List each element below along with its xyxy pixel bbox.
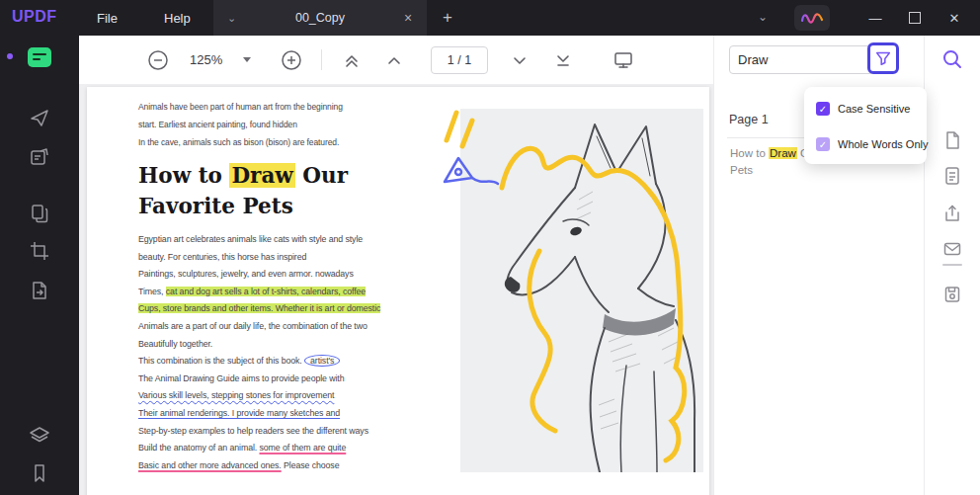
text-line: Egyptian art celebrates animals like cat… bbox=[138, 231, 380, 249]
result-snippet-line2: Pets bbox=[730, 162, 914, 179]
search-input[interactable] bbox=[729, 45, 873, 74]
right-tool-strip bbox=[924, 36, 980, 495]
updf-logo: UPDF bbox=[12, 8, 57, 26]
page-number-input[interactable]: 1 / 1 bbox=[431, 46, 488, 74]
email-button[interactable] bbox=[933, 237, 972, 261]
ai-assistant-button[interactable] bbox=[794, 5, 830, 31]
zoom-caret-icon[interactable] bbox=[243, 57, 251, 62]
titlebar-chevron-down-icon[interactable]: ⌄ bbox=[753, 10, 773, 24]
previous-page-button[interactable] bbox=[381, 47, 407, 73]
text-line: Favorite Pets bbox=[138, 191, 348, 221]
text-line: Cups, store brands and other items. Whet… bbox=[138, 300, 380, 318]
share-button[interactable] bbox=[933, 202, 972, 225]
organize-pages-button[interactable] bbox=[27, 201, 52, 226]
text-line: Their animal renderings. I provide many … bbox=[138, 405, 380, 423]
chevron-up-icon bbox=[384, 50, 404, 70]
zoom-level-dropdown[interactable]: 125% bbox=[190, 36, 222, 84]
text-line: Animals are a part of our daily life, th… bbox=[138, 318, 380, 336]
crop-icon bbox=[29, 240, 50, 262]
document-heading: How to Draw OurFavorite Pets bbox=[138, 160, 348, 221]
text-line: Various skill levels, stepping stones fo… bbox=[138, 387, 380, 405]
maximize-icon bbox=[909, 12, 921, 24]
export-pdf-button[interactable] bbox=[27, 278, 52, 303]
edit-pencil-icon bbox=[29, 146, 50, 168]
zoom-out-button[interactable] bbox=[145, 47, 171, 73]
text-line: Paintings, sculptures, jewelry, and even… bbox=[138, 266, 380, 284]
titlebar: UPDF File Help ⌄ 00_Copy × + ⌄ — ✕ bbox=[0, 0, 980, 36]
panel-handle-dash[interactable] bbox=[942, 264, 962, 266]
dog-sketch-image bbox=[460, 109, 703, 472]
triangle-shape-icon bbox=[29, 107, 50, 128]
funnel-filter-icon bbox=[874, 49, 892, 67]
first-page-button[interactable] bbox=[339, 47, 365, 73]
save-icon bbox=[942, 285, 962, 304]
text-line: How to Draw Our bbox=[138, 160, 348, 191]
tab-title: 00_Copy bbox=[213, 11, 427, 25]
monitor-icon bbox=[612, 49, 634, 71]
window-close-button[interactable]: ✕ bbox=[937, 0, 972, 36]
text-line: beauty. For centuries, this horse has in… bbox=[138, 249, 380, 267]
email-icon bbox=[942, 239, 962, 259]
window-minimize-button[interactable]: — bbox=[858, 0, 893, 36]
search-tool-button[interactable] bbox=[933, 47, 972, 71]
text-line: This combination is the subject of this … bbox=[138, 353, 380, 371]
text-line: start. Earliest ancient painting, found … bbox=[138, 116, 343, 133]
search-icon bbox=[941, 48, 963, 70]
document-list-icon bbox=[942, 166, 962, 186]
crop-pages-button[interactable] bbox=[27, 238, 52, 264]
chevron-down-bar-icon bbox=[553, 50, 573, 70]
zoom-in-icon bbox=[281, 49, 302, 71]
document-viewport[interactable]: Animals have been part of human art from… bbox=[79, 84, 713, 495]
shape-tool-button[interactable] bbox=[27, 105, 52, 130]
document-tab[interactable]: ⌄ 00_Copy × bbox=[213, 0, 427, 36]
file-icon bbox=[942, 130, 962, 150]
zoom-out-icon bbox=[147, 49, 169, 71]
result-page-label: Page 1 bbox=[729, 113, 769, 126]
text-line: Beautifully together. bbox=[138, 336, 380, 354]
export-page-icon bbox=[29, 280, 50, 301]
active-tool-indicator bbox=[7, 53, 13, 59]
last-page-button[interactable] bbox=[550, 47, 576, 73]
tab-list-chevron-icon[interactable]: ⌄ bbox=[227, 12, 236, 25]
text-line: Times, cat and dog art sells a lot of t-… bbox=[138, 284, 380, 301]
text-line: Build the anatomy of an animal. some of … bbox=[138, 440, 380, 457]
toolbar-divider bbox=[321, 49, 322, 70]
pdf-page: Animals have been part of human art from… bbox=[87, 87, 709, 495]
option-case-sensitive[interactable]: Case Sensitive bbox=[804, 95, 927, 123]
text-line: Basic and other more advanced ones. Plea… bbox=[138, 457, 380, 475]
paragraph-body: Egyptian art celebrates animals like cat… bbox=[138, 231, 380, 474]
menu-help[interactable]: Help bbox=[150, 0, 204, 36]
file-tool-button[interactable] bbox=[933, 128, 972, 152]
new-tab-button[interactable]: + bbox=[437, 7, 458, 29]
text-line: Animals have been part of human art from… bbox=[138, 98, 343, 116]
search-filter-button[interactable] bbox=[867, 42, 899, 74]
annotate-tool-button[interactable] bbox=[27, 44, 52, 70]
view-toolbar: 125% 1 / 1 bbox=[79, 36, 713, 84]
option-label: Whole Words Only bbox=[838, 138, 929, 150]
edit-text-button[interactable] bbox=[27, 144, 52, 170]
menu-file[interactable]: File bbox=[83, 0, 131, 36]
checkbox-checked-icon[interactable] bbox=[816, 102, 830, 116]
ai-wave-icon bbox=[799, 9, 825, 27]
text-line: In the cave, animals such as bison (biso… bbox=[138, 133, 343, 151]
bookmark-icon bbox=[29, 462, 50, 484]
layers-button[interactable] bbox=[27, 423, 52, 449]
bookmarks-button[interactable] bbox=[27, 460, 52, 486]
window-maximize-button[interactable] bbox=[897, 0, 933, 36]
layers-icon bbox=[29, 425, 50, 447]
option-whole-words-only[interactable]: Whole Words Only bbox=[804, 130, 927, 158]
search-filter-dropdown: Case Sensitive Whole Words Only bbox=[804, 87, 927, 164]
save-button[interactable] bbox=[933, 283, 972, 306]
text-line: Step-by-step examples to help readers se… bbox=[138, 423, 380, 441]
pages-icon bbox=[29, 203, 50, 224]
tab-close-icon[interactable]: × bbox=[399, 10, 417, 26]
zoom-in-button[interactable] bbox=[279, 47, 304, 73]
checkbox-checked-icon[interactable] bbox=[816, 137, 830, 151]
left-toolbar bbox=[0, 36, 79, 495]
document-list-button[interactable] bbox=[933, 164, 972, 188]
chevron-down-icon bbox=[510, 50, 530, 70]
presentation-button[interactable] bbox=[611, 47, 636, 73]
text-line: The Animal Drawing Guide aims to provide… bbox=[138, 371, 380, 388]
next-page-button[interactable] bbox=[507, 47, 532, 73]
double-chevron-up-icon bbox=[342, 50, 362, 70]
